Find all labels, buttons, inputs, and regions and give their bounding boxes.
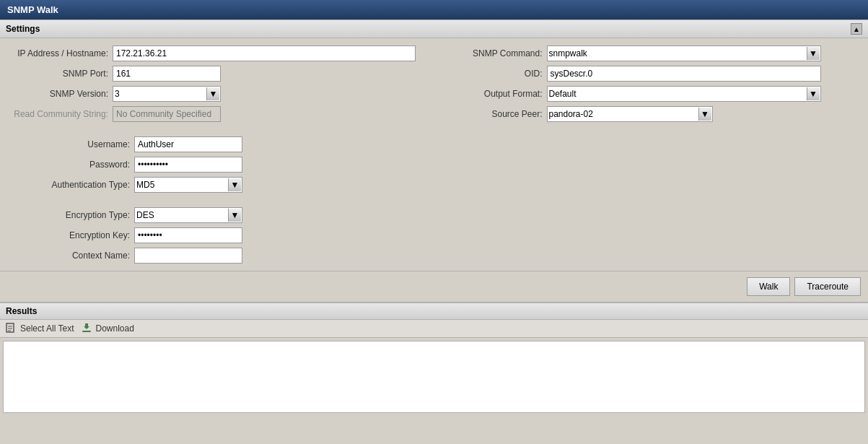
app-title: SNMP Walk bbox=[7, 4, 58, 15]
enc-type-label: Encryption Type: bbox=[14, 210, 130, 220]
download-icon bbox=[81, 323, 92, 334]
port-row: SNMP Port: bbox=[7, 66, 427, 82]
output-select[interactable]: Default Numeric Brief bbox=[547, 86, 821, 102]
username-label: Username: bbox=[14, 139, 130, 149]
auth-type-row: Authentication Type: MD5 SHA ▼ bbox=[14, 177, 427, 193]
output-label: Output Format: bbox=[442, 89, 543, 99]
context-input[interactable] bbox=[134, 248, 242, 264]
svg-rect-6 bbox=[85, 323, 88, 327]
enc-key-row: Encryption Key: bbox=[14, 227, 427, 243]
version-row: SNMP Version: 1 2c 3 ▼ bbox=[7, 86, 427, 102]
settings-grid: IP Address / Hostname: SNMP Port: SNMP V… bbox=[7, 45, 861, 264]
results-area bbox=[3, 341, 865, 413]
command-select[interactable]: snmpwalk snmpget snmpgetnext bbox=[547, 45, 821, 61]
enc-type-select[interactable]: DES AES bbox=[134, 207, 242, 223]
username-input[interactable] bbox=[134, 136, 242, 152]
button-row: Walk Traceroute bbox=[0, 271, 868, 302]
select-all-icon bbox=[6, 323, 17, 334]
settings-left-column: IP Address / Hostname: SNMP Port: SNMP V… bbox=[7, 45, 427, 264]
output-row: Output Format: Default Numeric Brief ▼ bbox=[442, 86, 862, 102]
password-row: Password: bbox=[14, 157, 427, 173]
auth-type-select-wrapper: MD5 SHA ▼ bbox=[134, 177, 242, 193]
version-select-wrapper: 1 2c 3 ▼ bbox=[113, 86, 221, 102]
context-label: Context Name: bbox=[14, 251, 130, 261]
context-row: Context Name: bbox=[14, 248, 427, 264]
command-select-wrapper: snmpwalk snmpget snmpgetnext ▼ bbox=[547, 45, 821, 61]
ip-row: IP Address / Hostname: bbox=[7, 45, 427, 61]
results-panel: Select All Text Download bbox=[0, 320, 868, 413]
auth-type-select[interactable]: MD5 SHA bbox=[134, 177, 242, 193]
enc-type-select-wrapper: DES AES ▼ bbox=[134, 207, 242, 223]
oid-label: OID: bbox=[442, 69, 543, 79]
port-input[interactable] bbox=[113, 66, 221, 82]
collapse-icon: ▲ bbox=[853, 25, 860, 33]
settings-right-column: SNMP Command: snmpwalk snmpget snmpgetne… bbox=[442, 45, 862, 264]
title-bar: SNMP Walk bbox=[0, 0, 868, 19]
results-toolbar: Select All Text Download bbox=[0, 320, 868, 338]
command-row: SNMP Command: snmpwalk snmpget snmpgetne… bbox=[442, 45, 862, 61]
community-label: Read Community String: bbox=[7, 109, 108, 119]
port-label: SNMP Port: bbox=[7, 69, 108, 79]
svg-rect-4 bbox=[82, 331, 91, 332]
select-all-button[interactable]: Select All Text bbox=[6, 323, 74, 334]
community-input bbox=[113, 106, 221, 122]
password-label: Password: bbox=[14, 160, 130, 170]
select-all-label: Select All Text bbox=[20, 323, 74, 334]
version-select[interactable]: 1 2c 3 bbox=[113, 86, 221, 102]
community-row: Read Community String: bbox=[7, 106, 427, 122]
results-header: Results bbox=[0, 302, 868, 320]
ip-label: IP Address / Hostname: bbox=[7, 48, 108, 58]
oid-input[interactable] bbox=[547, 66, 821, 82]
settings-collapse-button[interactable]: ▲ bbox=[851, 23, 862, 35]
walk-button[interactable]: Walk bbox=[747, 277, 790, 296]
version-label: SNMP Version: bbox=[7, 89, 108, 99]
results-label: Results bbox=[6, 306, 37, 316]
output-select-wrapper: Default Numeric Brief ▼ bbox=[547, 86, 821, 102]
oid-row: OID: bbox=[442, 66, 862, 82]
enc-type-row: Encryption Type: DES AES ▼ bbox=[14, 207, 427, 223]
auth-type-label: Authentication Type: bbox=[14, 180, 130, 190]
peer-select-wrapper: pandora-02 pandora-01 ▼ bbox=[547, 106, 713, 122]
username-row: Username: bbox=[14, 136, 427, 152]
enc-key-input[interactable] bbox=[134, 227, 242, 243]
peer-row: Source Peer: pandora-02 pandora-01 ▼ bbox=[442, 106, 862, 122]
command-label: SNMP Command: bbox=[442, 48, 543, 58]
traceroute-button[interactable]: Traceroute bbox=[794, 277, 861, 296]
settings-label: Settings bbox=[6, 24, 40, 34]
peer-label: Source Peer: bbox=[442, 109, 543, 119]
settings-header: Settings ▲ bbox=[0, 19, 868, 38]
password-input[interactable] bbox=[134, 157, 242, 173]
ip-input[interactable] bbox=[113, 45, 416, 61]
enc-key-label: Encryption Key: bbox=[14, 230, 130, 240]
settings-panel: IP Address / Hostname: SNMP Port: SNMP V… bbox=[0, 38, 868, 271]
download-label: Download bbox=[95, 323, 133, 334]
peer-select[interactable]: pandora-02 pandora-01 bbox=[547, 106, 713, 122]
download-button[interactable]: Download bbox=[81, 323, 133, 334]
